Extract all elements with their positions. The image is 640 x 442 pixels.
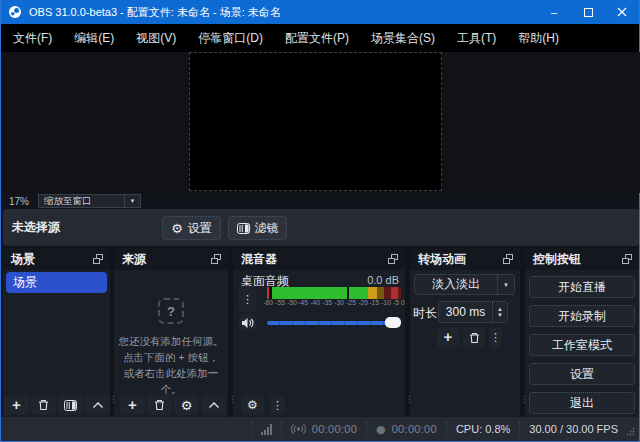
zoom-mode-dropdown[interactable]: 缩放至窗口 ▼ xyxy=(38,194,141,208)
record-timer: 00:00:00 xyxy=(392,423,437,435)
record-status-icon: ● xyxy=(376,423,386,436)
network-signal-icon xyxy=(261,424,272,435)
obs-window: OBS 31.0.0-beta3 - 配置文件: 未命名 - 场景: 未命名 –… xyxy=(0,0,640,442)
plus-icon: + xyxy=(12,397,21,412)
empty-hint-line: 点击下面的 + 按钮， xyxy=(114,349,228,365)
stream-timer: 00:00:00 xyxy=(312,423,357,435)
kebab-menu-icon: ⋮ xyxy=(242,293,253,306)
popout-dock-icon[interactable] xyxy=(502,253,514,265)
sources-empty-hint: 您还没有添加任何源。 点击下面的 + 按钮， 或者右击此处添加一个。 xyxy=(114,333,228,397)
menu-edit[interactable]: 编辑(E) xyxy=(63,24,125,52)
menu-docks[interactable]: 停靠窗口(D) xyxy=(187,24,274,52)
separator xyxy=(446,422,447,436)
maximize-icon xyxy=(584,8,593,17)
studio-mode-button[interactable]: 工作室模式 xyxy=(529,334,635,356)
start-recording-button[interactable]: 开始录制 xyxy=(529,305,635,327)
duration-label: 时长 xyxy=(413,305,437,322)
menu-help[interactable]: 帮助(H) xyxy=(507,24,570,52)
source-properties-button[interactable]: ⚙ 设置 xyxy=(162,216,221,240)
source-filters-button[interactable]: 滤镜 xyxy=(228,216,287,240)
menu-scene-collection[interactable]: 场景集合(S) xyxy=(360,24,446,52)
mixer-menu-button[interactable]: ⋮ xyxy=(270,395,285,415)
gear-icon: ⚙ xyxy=(181,399,193,412)
menu-view[interactable]: 视图(V) xyxy=(125,24,187,52)
sources-dock: 来源 ? 您还没有添加任何源。 点击下面的 + 按钮， 或者右击此处添加一个。 … xyxy=(114,248,228,417)
meter-scale: -60-55-50-45-40-35-30-25-20-15-10-50 xyxy=(263,299,405,306)
move-source-up-button[interactable] xyxy=(201,395,226,415)
title-bar: OBS 31.0.0-beta3 - 配置文件: 未命名 - 场景: 未命名 – xyxy=(1,0,639,24)
gear-icon: ⚙ xyxy=(171,222,183,235)
scenes-title: 场景 xyxy=(11,251,35,268)
transition-value: 淡入淡出 xyxy=(415,276,497,293)
empty-hint-line: 或者右击此处添加一个。 xyxy=(114,365,228,397)
chevron-down-icon: ▼ xyxy=(497,275,514,294)
volume-slider[interactable] xyxy=(267,319,401,327)
add-source-button[interactable]: + xyxy=(120,395,145,415)
popout-dock-icon[interactable] xyxy=(621,253,633,265)
obs-logo-icon xyxy=(8,5,22,19)
transition-dropdown[interactable]: 淡入淡出 ▼ xyxy=(414,274,515,295)
dock-splitter-grip[interactable]: ⋮ xyxy=(520,397,524,413)
filters-icon xyxy=(64,400,77,411)
mixer-dock-header: 混音器 xyxy=(233,248,405,270)
plus-icon: + xyxy=(128,397,137,412)
menu-tools[interactable]: 工具(T) xyxy=(446,24,507,52)
spinbox-arrows[interactable]: ▲▼ xyxy=(492,302,507,322)
slider-track[interactable] xyxy=(267,321,399,325)
settings-button[interactable]: 设置 xyxy=(529,363,635,385)
preview-zoom-row: 17% 缩放至窗口 ▼ xyxy=(1,193,639,209)
transitions-dock-header: 转场动画 xyxy=(410,248,520,270)
menu-file[interactable]: 文件(F) xyxy=(2,24,63,52)
maximize-button[interactable] xyxy=(571,0,605,24)
popout-dock-icon[interactable] xyxy=(210,253,222,265)
start-streaming-button[interactable]: 开始直播 xyxy=(529,276,635,298)
transition-duration-spinbox[interactable]: 300 ms ▲▼ xyxy=(438,301,508,323)
add-scene-button[interactable]: + xyxy=(4,395,29,415)
exit-button[interactable]: 退出 xyxy=(529,392,635,414)
remove-source-button[interactable] xyxy=(147,395,172,415)
scene-transitions-dock: 转场动画 淡入淡出 ▼ 时长 300 ms ▲▼ + ⋮ xyxy=(410,248,520,417)
dock-splitter-grip[interactable]: ⋮ xyxy=(109,397,113,413)
mute-toggle-button[interactable] xyxy=(239,314,256,331)
scenes-dock: 场景 场景 + xyxy=(3,248,110,417)
window-title: OBS 31.0.0-beta3 - 配置文件: 未命名 - 场景: 未命名 xyxy=(29,5,281,20)
trash-icon xyxy=(469,332,480,344)
menu-profile[interactable]: 配置文件(P) xyxy=(274,24,360,52)
popout-dock-icon[interactable] xyxy=(387,253,399,265)
transition-properties-button[interactable]: ⋮ xyxy=(489,327,502,348)
resize-grip[interactable] xyxy=(626,427,636,437)
scene-list-item-selected[interactable]: 场景 xyxy=(6,272,107,293)
remove-transition-button[interactable] xyxy=(463,327,485,348)
preview-canvas[interactable] xyxy=(189,52,442,191)
empty-hint-line: 您还没有添加任何源。 xyxy=(114,333,228,349)
advanced-audio-button[interactable]: ⚙ xyxy=(241,395,264,415)
transitions-title: 转场动画 xyxy=(418,251,466,268)
gears-icon: ⚙ xyxy=(247,399,258,411)
chevron-up-icon xyxy=(92,401,104,409)
source-context-bar: 未选择源 ⚙ 设置 滤镜 xyxy=(3,209,639,246)
mixer-title: 混音器 xyxy=(241,251,277,268)
add-transition-button[interactable]: + xyxy=(437,327,459,348)
source-properties-button[interactable]: ⚙ xyxy=(174,395,199,415)
dock-splitter-grip[interactable]: ⋮ xyxy=(405,397,409,413)
move-scene-up-button[interactable] xyxy=(85,395,110,415)
trash-icon xyxy=(154,399,165,411)
dock-splitter-grip[interactable]: ⋮ xyxy=(228,397,232,413)
popout-dock-icon[interactable] xyxy=(92,253,104,265)
fps-indicator: 30.00 / 30.00 FPS xyxy=(529,423,618,435)
chevron-up-icon xyxy=(208,401,220,409)
chevron-down-icon: ▼ xyxy=(497,312,503,318)
scene-filters-button[interactable] xyxy=(58,395,83,415)
close-button[interactable] xyxy=(605,0,639,24)
minimize-button[interactable]: – xyxy=(537,0,571,24)
no-source-label: 未选择源 xyxy=(12,209,60,246)
controls-title: 控制按钮 xyxy=(533,251,581,268)
menu-bar: 文件(F) 编辑(E) 视图(V) 停靠窗口(D) 配置文件(P) 场景集合(S… xyxy=(1,24,639,52)
zoom-mode-value: 缩放至窗口 xyxy=(39,195,124,208)
remove-scene-button[interactable] xyxy=(31,395,56,415)
sources-dock-header: 来源 xyxy=(114,248,228,270)
mixer-options-button[interactable]: ⋮ xyxy=(239,286,256,312)
slider-handle[interactable] xyxy=(385,317,401,328)
controls-dock: 控制按钮 开始直播 开始录制 工作室模式 设置 退出 xyxy=(525,248,639,417)
sources-title: 来源 xyxy=(122,251,146,268)
